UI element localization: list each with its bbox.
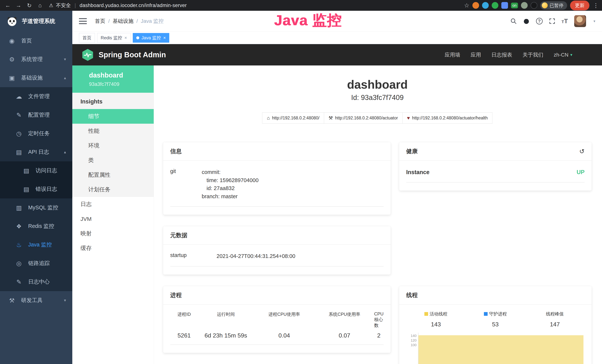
git-branch: branch: master <box>202 193 259 201</box>
tab-redis[interactable]: Redis 监控 × <box>97 33 130 43</box>
sidebar-item-label: 日志中心 <box>28 278 50 286</box>
fullscreen-icon[interactable] <box>549 18 555 24</box>
back-icon[interactable]: ← <box>3 2 12 9</box>
card-title: 信息 <box>170 147 182 155</box>
breadcrumb: 首页 / 基础设施 / Java 监控 <box>95 18 164 25</box>
sba-menu-properties[interactable]: 配置属性 <box>72 168 154 182</box>
extension-grid-icon[interactable] <box>501 2 508 9</box>
sidebar-item-dev-tools[interactable]: ⚒ 研发工具 ▾ <box>0 291 72 310</box>
instance-url-link[interactable]: ⌂ http://192.168.0.2:48080/ <box>262 112 324 124</box>
link-label: http://192.168.0.2:48080/actuator <box>335 116 398 120</box>
sidebar-item-java[interactable]: ♨ Java 监控 <box>0 236 72 254</box>
sba-header: Spring Boot Admin 应用墙 应用 日志报表 关于我们 zh-CN… <box>72 44 602 65</box>
health-url-link[interactable]: ♥ http://192.168.0.2:48080/actuator/heal… <box>402 112 492 124</box>
breadcrumb-separator: / <box>137 18 138 24</box>
chevron-down-icon[interactable]: ▾ <box>593 19 595 23</box>
health-instance-row: Instance UP <box>406 163 585 182</box>
extension-leaf-icon[interactable] <box>521 2 528 9</box>
help-icon[interactable]: ? <box>536 18 543 24</box>
extension-green-icon[interactable] <box>492 2 498 9</box>
sba-locale-select[interactable]: zh-CN ▾ <box>554 52 572 58</box>
peak-threads-value: 147 <box>550 321 560 328</box>
avatar[interactable] <box>574 15 586 27</box>
infra-submenu: ☁ 文件管理 ✎ 配置管理 ◷ 定时任务 ▤ API 日志 ▴ <box>0 87 72 291</box>
sidebar-item-log-center[interactable]: ✎ 日志中心 <box>0 273 72 291</box>
sidebar-item-home[interactable]: ◉ 首页 <box>0 32 72 50</box>
sidebar-item-access-log[interactable]: ▤ 访问日志 <box>0 161 72 180</box>
paused-badge[interactable]: 已暂停 <box>540 1 567 10</box>
sba-menu-performance[interactable]: 性能 <box>72 124 154 138</box>
chrome-menu-icon[interactable]: ⋮ <box>593 2 599 9</box>
sba-menu-jvm[interactable]: JVM <box>72 212 154 226</box>
tab-java[interactable]: Java 监控 × <box>133 33 169 43</box>
breadcrumb-infra[interactable]: 基础设施 <box>113 18 133 25</box>
reload-icon[interactable]: ↻ <box>25 2 34 9</box>
tab-home[interactable]: 首页 <box>79 33 95 43</box>
close-icon[interactable]: × <box>163 35 166 40</box>
sba-menu-caches[interactable]: 缓存 <box>72 241 154 256</box>
close-icon[interactable]: × <box>124 35 127 40</box>
security-label: 不安全 <box>56 2 71 9</box>
sidebar-item-system[interactable]: ⚙ 系统管理 ▾ <box>0 50 72 69</box>
emoji-face-icon <box>542 2 548 8</box>
sba-menu-mappings[interactable]: 映射 <box>72 226 154 241</box>
sidebar-item-job[interactable]: ◷ 定时任务 <box>0 124 72 143</box>
sba-menu-logfile[interactable]: 日志 <box>72 197 154 212</box>
forward-icon[interactable]: → <box>14 2 23 9</box>
sba-menu-classes[interactable]: 类 <box>72 153 154 168</box>
sba-nav: 应用墙 应用 日志报表 关于我们 zh-CN ▾ <box>445 51 572 58</box>
sba-nav-about[interactable]: 关于我们 <box>523 51 543 58</box>
sidebar-item-api-log[interactable]: ▤ API 日志 ▴ <box>0 143 72 161</box>
sidebar-item-label: 错误日志 <box>36 185 57 193</box>
cell-value: 0.04 <box>279 332 290 339</box>
extension-puppet-icon[interactable] <box>531 2 537 9</box>
sba-menu-scheduled-tasks[interactable]: 计划任务 <box>72 182 154 197</box>
chart-y-axis: 140 120 100 <box>406 333 418 364</box>
wrench-icon: ⚒ <box>329 115 333 121</box>
col-header: 进程ID <box>177 311 191 328</box>
sidebar-item-file[interactable]: ☁ 文件管理 <box>0 87 72 106</box>
bookmark-star-icon[interactable]: ☆ <box>464 2 469 9</box>
sba-brand[interactable]: Spring Boot Admin <box>99 51 166 59</box>
process-table: 进程ID 运行时间 进程CPU使用率 系统CPU使用率 CPU核心数 5261 <box>170 307 384 345</box>
database-icon: ▥ <box>15 204 23 211</box>
actuator-url-link[interactable]: ⚒ http://192.168.0.2:48080/actuator <box>324 112 402 124</box>
sba-nav-journal[interactable]: 日志报表 <box>492 51 512 58</box>
sba-nav-wall[interactable]: 应用墙 <box>445 51 460 58</box>
chrome-update-button[interactable]: 更新 <box>570 0 589 11</box>
home-icon[interactable]: ⌂ <box>36 2 44 9</box>
instance-name: dashboard <box>89 71 154 79</box>
breadcrumb-home[interactable]: 首页 <box>95 18 105 25</box>
chevron-down-icon: ▾ <box>64 57 66 62</box>
sidebar-item-mysql[interactable]: ▥ MySQL 监控 <box>0 198 72 217</box>
sba-menu-environment[interactable]: 环境 <box>72 138 154 153</box>
github-icon[interactable] <box>523 18 530 24</box>
sba-instance-block[interactable]: dashboard 93a3fc7f7409 <box>72 65 154 93</box>
instance-id: 93a3fc7f7409 <box>89 81 154 87</box>
tab-label: 首页 <box>83 35 91 41</box>
home-icon: ⌂ <box>267 115 270 121</box>
sba-menu-details[interactable]: 细节 <box>72 109 154 124</box>
extension-on-badge[interactable]: on <box>511 3 518 8</box>
annotation-overlay: Java 监控 <box>274 11 342 30</box>
sidebar-item-trace[interactable]: ◎ 链路追踪 <box>0 254 72 273</box>
sidebar-item-label: 系统管理 <box>21 56 43 63</box>
legend-label: 线程峰值 <box>546 311 564 317</box>
sidebar-item-error-log[interactable]: ▤ 错误日志 <box>0 180 72 198</box>
address-bar[interactable]: ⚠ 不安全 | dashboard.yudao.iocoder.cn/infra… <box>49 2 462 9</box>
sidebar-item-infra[interactable]: ▣ 基础设施 ▴ <box>0 69 72 87</box>
menu-fold-icon[interactable] <box>79 18 87 24</box>
sidebar-item-config[interactable]: ✎ 配置管理 <box>0 106 72 124</box>
sidebar-item-redis[interactable]: ❖ Redis 监控 <box>0 217 72 236</box>
search-icon[interactable] <box>510 18 517 24</box>
extension-fox-icon[interactable] <box>473 2 479 9</box>
font-size-icon[interactable]: TT <box>562 17 568 25</box>
col-header: 运行时间 <box>217 311 235 328</box>
sba-nav-applications[interactable]: 应用 <box>471 51 481 58</box>
history-icon[interactable]: ↺ <box>579 148 585 155</box>
chevron-down-icon: ▾ <box>64 298 66 303</box>
extension-drop-icon[interactable] <box>482 2 489 9</box>
url-text: dashboard.yudao.iocoder.cn/infra/admin-s… <box>80 3 187 8</box>
col-header: 进程CPU使用率 <box>269 311 300 328</box>
heart-icon: ♥ <box>407 115 410 121</box>
